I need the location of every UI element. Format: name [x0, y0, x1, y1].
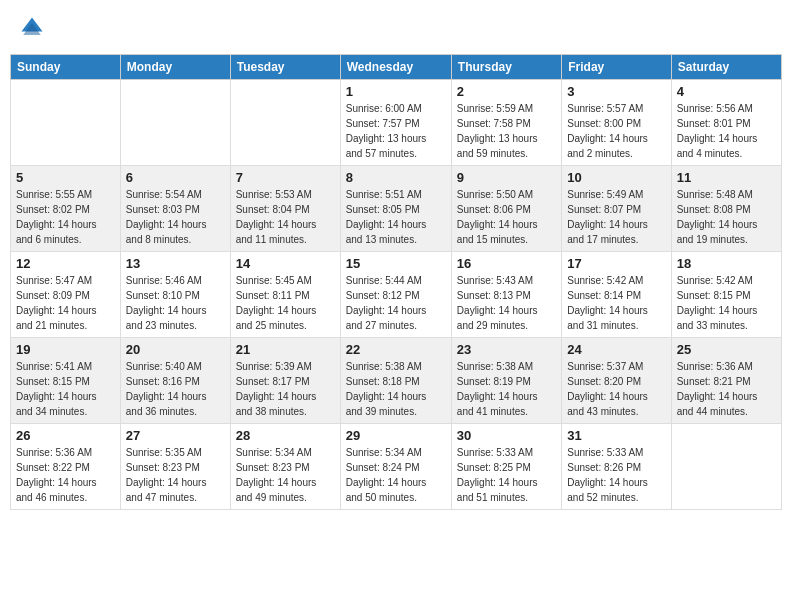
day-number: 9 — [457, 170, 556, 185]
day-info: Sunrise: 5:35 AM Sunset: 8:23 PM Dayligh… — [126, 445, 225, 505]
day-info: Sunrise: 5:57 AM Sunset: 8:00 PM Dayligh… — [567, 101, 665, 161]
day-number: 7 — [236, 170, 335, 185]
day-number: 26 — [16, 428, 115, 443]
calendar-cell — [11, 80, 121, 166]
calendar-cell — [120, 80, 230, 166]
day-info: Sunrise: 5:59 AM Sunset: 7:58 PM Dayligh… — [457, 101, 556, 161]
day-info: Sunrise: 5:53 AM Sunset: 8:04 PM Dayligh… — [236, 187, 335, 247]
day-info: Sunrise: 5:39 AM Sunset: 8:17 PM Dayligh… — [236, 359, 335, 419]
day-number: 24 — [567, 342, 665, 357]
calendar-cell: 7Sunrise: 5:53 AM Sunset: 8:04 PM Daylig… — [230, 166, 340, 252]
day-number: 3 — [567, 84, 665, 99]
day-number: 19 — [16, 342, 115, 357]
day-number: 15 — [346, 256, 446, 271]
day-info: Sunrise: 5:46 AM Sunset: 8:10 PM Dayligh… — [126, 273, 225, 333]
day-number: 29 — [346, 428, 446, 443]
day-info: Sunrise: 5:42 AM Sunset: 8:14 PM Dayligh… — [567, 273, 665, 333]
day-number: 30 — [457, 428, 556, 443]
calendar-cell: 21Sunrise: 5:39 AM Sunset: 8:17 PM Dayli… — [230, 338, 340, 424]
day-number: 28 — [236, 428, 335, 443]
day-number: 4 — [677, 84, 776, 99]
calendar-cell: 22Sunrise: 5:38 AM Sunset: 8:18 PM Dayli… — [340, 338, 451, 424]
day-number: 5 — [16, 170, 115, 185]
day-info: Sunrise: 5:33 AM Sunset: 8:26 PM Dayligh… — [567, 445, 665, 505]
calendar-cell: 18Sunrise: 5:42 AM Sunset: 8:15 PM Dayli… — [671, 252, 781, 338]
calendar-cell: 31Sunrise: 5:33 AM Sunset: 8:26 PM Dayli… — [562, 424, 671, 510]
day-number: 8 — [346, 170, 446, 185]
calendar-cell: 2Sunrise: 5:59 AM Sunset: 7:58 PM Daylig… — [451, 80, 561, 166]
calendar-cell: 15Sunrise: 5:44 AM Sunset: 8:12 PM Dayli… — [340, 252, 451, 338]
day-info: Sunrise: 5:54 AM Sunset: 8:03 PM Dayligh… — [126, 187, 225, 247]
day-number: 11 — [677, 170, 776, 185]
day-info: Sunrise: 5:50 AM Sunset: 8:06 PM Dayligh… — [457, 187, 556, 247]
calendar-cell: 6Sunrise: 5:54 AM Sunset: 8:03 PM Daylig… — [120, 166, 230, 252]
day-info: Sunrise: 5:33 AM Sunset: 8:25 PM Dayligh… — [457, 445, 556, 505]
day-info: Sunrise: 5:42 AM Sunset: 8:15 PM Dayligh… — [677, 273, 776, 333]
day-number: 6 — [126, 170, 225, 185]
day-number: 22 — [346, 342, 446, 357]
calendar-cell: 26Sunrise: 5:36 AM Sunset: 8:22 PM Dayli… — [11, 424, 121, 510]
day-of-week-header: Friday — [562, 55, 671, 80]
day-of-week-header: Saturday — [671, 55, 781, 80]
calendar-table: SundayMondayTuesdayWednesdayThursdayFrid… — [10, 54, 782, 510]
calendar-cell: 4Sunrise: 5:56 AM Sunset: 8:01 PM Daylig… — [671, 80, 781, 166]
day-number: 18 — [677, 256, 776, 271]
day-of-week-header: Thursday — [451, 55, 561, 80]
day-number: 25 — [677, 342, 776, 357]
day-number: 14 — [236, 256, 335, 271]
day-info: Sunrise: 5:40 AM Sunset: 8:16 PM Dayligh… — [126, 359, 225, 419]
day-info: Sunrise: 5:41 AM Sunset: 8:15 PM Dayligh… — [16, 359, 115, 419]
calendar-cell: 27Sunrise: 5:35 AM Sunset: 8:23 PM Dayli… — [120, 424, 230, 510]
day-number: 17 — [567, 256, 665, 271]
calendar-cell: 28Sunrise: 5:34 AM Sunset: 8:23 PM Dayli… — [230, 424, 340, 510]
day-info: Sunrise: 5:37 AM Sunset: 8:20 PM Dayligh… — [567, 359, 665, 419]
calendar-week-row: 26Sunrise: 5:36 AM Sunset: 8:22 PM Dayli… — [11, 424, 782, 510]
day-info: Sunrise: 5:38 AM Sunset: 8:19 PM Dayligh… — [457, 359, 556, 419]
calendar-cell: 20Sunrise: 5:40 AM Sunset: 8:16 PM Dayli… — [120, 338, 230, 424]
day-number: 13 — [126, 256, 225, 271]
day-info: Sunrise: 5:38 AM Sunset: 8:18 PM Dayligh… — [346, 359, 446, 419]
calendar-cell: 1Sunrise: 6:00 AM Sunset: 7:57 PM Daylig… — [340, 80, 451, 166]
day-info: Sunrise: 5:36 AM Sunset: 8:21 PM Dayligh… — [677, 359, 776, 419]
day-info: Sunrise: 5:44 AM Sunset: 8:12 PM Dayligh… — [346, 273, 446, 333]
day-info: Sunrise: 5:56 AM Sunset: 8:01 PM Dayligh… — [677, 101, 776, 161]
calendar-cell: 30Sunrise: 5:33 AM Sunset: 8:25 PM Dayli… — [451, 424, 561, 510]
day-info: Sunrise: 6:00 AM Sunset: 7:57 PM Dayligh… — [346, 101, 446, 161]
day-number: 27 — [126, 428, 225, 443]
calendar-cell: 23Sunrise: 5:38 AM Sunset: 8:19 PM Dayli… — [451, 338, 561, 424]
day-number: 10 — [567, 170, 665, 185]
day-info: Sunrise: 5:34 AM Sunset: 8:24 PM Dayligh… — [346, 445, 446, 505]
day-info: Sunrise: 5:36 AM Sunset: 8:22 PM Dayligh… — [16, 445, 115, 505]
calendar-cell: 8Sunrise: 5:51 AM Sunset: 8:05 PM Daylig… — [340, 166, 451, 252]
day-number: 23 — [457, 342, 556, 357]
day-info: Sunrise: 5:43 AM Sunset: 8:13 PM Dayligh… — [457, 273, 556, 333]
logo-icon — [18, 14, 46, 42]
calendar-cell: 14Sunrise: 5:45 AM Sunset: 8:11 PM Dayli… — [230, 252, 340, 338]
day-info: Sunrise: 5:47 AM Sunset: 8:09 PM Dayligh… — [16, 273, 115, 333]
calendar-cell — [671, 424, 781, 510]
day-of-week-header: Tuesday — [230, 55, 340, 80]
day-number: 16 — [457, 256, 556, 271]
logo — [18, 14, 50, 42]
calendar-week-row: 5Sunrise: 5:55 AM Sunset: 8:02 PM Daylig… — [11, 166, 782, 252]
calendar-cell: 19Sunrise: 5:41 AM Sunset: 8:15 PM Dayli… — [11, 338, 121, 424]
day-info: Sunrise: 5:49 AM Sunset: 8:07 PM Dayligh… — [567, 187, 665, 247]
calendar-cell: 11Sunrise: 5:48 AM Sunset: 8:08 PM Dayli… — [671, 166, 781, 252]
calendar-week-row: 19Sunrise: 5:41 AM Sunset: 8:15 PM Dayli… — [11, 338, 782, 424]
day-of-week-header: Wednesday — [340, 55, 451, 80]
day-number: 31 — [567, 428, 665, 443]
calendar-cell: 10Sunrise: 5:49 AM Sunset: 8:07 PM Dayli… — [562, 166, 671, 252]
day-number: 21 — [236, 342, 335, 357]
day-number: 1 — [346, 84, 446, 99]
calendar-cell: 9Sunrise: 5:50 AM Sunset: 8:06 PM Daylig… — [451, 166, 561, 252]
calendar-week-row: 12Sunrise: 5:47 AM Sunset: 8:09 PM Dayli… — [11, 252, 782, 338]
day-number: 2 — [457, 84, 556, 99]
day-info: Sunrise: 5:51 AM Sunset: 8:05 PM Dayligh… — [346, 187, 446, 247]
calendar-cell: 13Sunrise: 5:46 AM Sunset: 8:10 PM Dayli… — [120, 252, 230, 338]
calendar-cell: 12Sunrise: 5:47 AM Sunset: 8:09 PM Dayli… — [11, 252, 121, 338]
calendar-cell: 25Sunrise: 5:36 AM Sunset: 8:21 PM Dayli… — [671, 338, 781, 424]
day-info: Sunrise: 5:48 AM Sunset: 8:08 PM Dayligh… — [677, 187, 776, 247]
day-info: Sunrise: 5:45 AM Sunset: 8:11 PM Dayligh… — [236, 273, 335, 333]
day-of-week-header: Sunday — [11, 55, 121, 80]
day-of-week-header: Monday — [120, 55, 230, 80]
